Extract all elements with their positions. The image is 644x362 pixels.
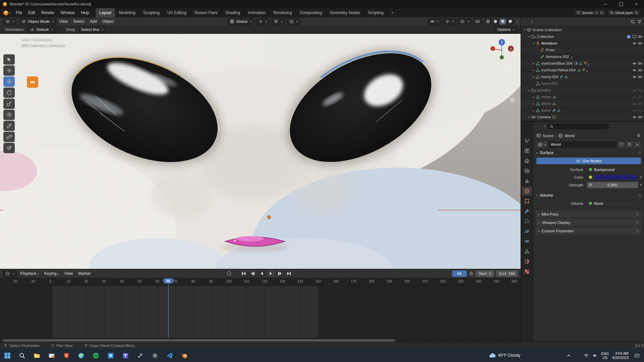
workspace-tab-layout[interactable]: Layout <box>96 8 115 17</box>
properties-tab-output[interactable] <box>522 157 532 165</box>
tool-measure-button[interactable] <box>3 132 15 142</box>
camera-toggle-icon[interactable] <box>638 68 642 72</box>
properties-tab-particles[interactable] <box>522 217 532 226</box>
jump-to-end-button[interactable] <box>285 270 293 277</box>
navigation-gizmo[interactable]: Z X <box>486 38 518 64</box>
shading-solid-button[interactable] <box>492 19 499 24</box>
checkbox-toggle-icon[interactable] <box>627 35 631 39</box>
tool-rotate-button[interactable] <box>3 87 15 98</box>
play-reverse-button[interactable] <box>258 270 266 277</box>
outliner-row-pose[interactable]: Pose <box>521 47 644 53</box>
camera-view-button[interactable] <box>508 86 517 93</box>
properties-tab-viewlayer[interactable] <box>522 167 532 175</box>
expand-caret-icon[interactable]: ▾ <box>532 42 536 45</box>
taskbar-app-spotify[interactable] <box>89 349 103 362</box>
tool-add-cube-button[interactable] <box>3 143 15 153</box>
taskbar-app-mail[interactable] <box>44 349 59 362</box>
properties-search-input[interactable] <box>547 123 609 129</box>
color-decorator[interactable] <box>638 176 643 178</box>
shading-dropdown[interactable]: ▾ <box>517 20 518 23</box>
eye-closed-toggle-icon[interactable] <box>632 108 637 113</box>
clock-widget[interactable]: 3:04 AM 9/28/2023 <box>612 351 629 360</box>
camera-toggle-icon[interactable] <box>638 35 642 39</box>
taskbar-app-start[interactable] <box>0 349 15 362</box>
panel-mist-pass[interactable]: ▸Mist Pass <box>536 210 642 218</box>
minimize-button[interactable] <box>598 0 613 8</box>
breadcrumb-world[interactable]: World <box>565 134 575 138</box>
viewlayer-selector[interactable]: ViewLayer <box>607 10 641 16</box>
outliner-row-collection[interactable]: ▾Collection <box>521 33 644 40</box>
camera-muted-toggle-icon[interactable] <box>638 95 642 99</box>
properties-tab-tool[interactable] <box>522 136 532 145</box>
close-button[interactable]: × <box>629 0 644 8</box>
language-indicator[interactable]: ENG US <box>601 352 609 360</box>
tool-transform-button[interactable] <box>3 110 15 120</box>
unlink-icon[interactable] <box>594 11 598 15</box>
world-type-dropdown[interactable]: ▾ <box>536 141 547 148</box>
expand-caret-icon[interactable]: ▸ <box>527 89 531 92</box>
shading-material-button[interactable] <box>499 19 506 24</box>
world-color-swatch[interactable] <box>587 174 638 181</box>
outliner-row-eyeouteryellow-004[interactable]: ▸eyeOuterYellow.0042 <box>521 67 644 73</box>
taskbar-app-blender[interactable] <box>177 349 192 362</box>
taskbar-app-vscode[interactable] <box>162 349 177 362</box>
properties-tab-texture[interactable] <box>522 267 532 276</box>
start-frame-field[interactable]: Start1 <box>476 270 494 277</box>
use-nodes-button[interactable]: Use Nodes <box>536 158 641 164</box>
visibility-dropdown[interactable]: ▾ <box>427 18 441 25</box>
taskbar-app-edge[interactable] <box>74 349 89 362</box>
workspace-tab-sculpting[interactable]: Sculpting <box>140 8 164 17</box>
properties-tab-material[interactable] <box>522 257 532 266</box>
expand-caret-icon[interactable]: ▸ <box>532 62 536 65</box>
tool-cursor-button[interactable] <box>3 65 15 76</box>
shield-tray-icon[interactable] <box>575 353 580 358</box>
strength-decorator[interactable] <box>638 184 643 186</box>
eye-toggle-icon[interactable] <box>632 61 637 66</box>
volume-section-header[interactable]: ▾Volume <box>533 191 644 199</box>
workspace-tab-animation[interactable]: Animation <box>244 8 270 17</box>
mode-dropdown[interactable]: Object Mode▾ <box>19 18 56 25</box>
auto-key-toggle[interactable] <box>225 270 233 277</box>
properties-tab-constraints[interactable] <box>522 237 532 246</box>
outliner-row-scene-collection[interactable]: ▾Scene Collection <box>521 26 644 33</box>
prev-keyframe-button[interactable] <box>249 270 257 277</box>
camera-toggle-icon[interactable] <box>638 41 642 46</box>
workspace-tab-geometry-nodes[interactable]: Geometry Nodes <box>326 8 364 17</box>
properties-tab-object[interactable] <box>522 197 532 205</box>
volume-icon[interactable] <box>592 353 598 358</box>
workspace-tab-rendering[interactable]: Rendering <box>270 8 296 17</box>
playhead-line[interactable] <box>168 278 169 338</box>
taskbar-app-explorer[interactable] <box>30 349 44 362</box>
tool-annotate-button[interactable] <box>3 121 15 131</box>
playhead-frame-badge[interactable]: 66 <box>163 278 174 284</box>
eye-closed-toggle-icon[interactable] <box>632 88 637 93</box>
workspace-tab-shading[interactable]: Shading <box>222 8 244 17</box>
breadcrumb-scene[interactable]: Scene <box>543 134 554 138</box>
taskbar-app-settings[interactable] <box>148 349 162 362</box>
pin-icon[interactable] <box>636 133 641 138</box>
properties-tab-world[interactable] <box>522 187 532 195</box>
viewport-menu-add[interactable]: Add <box>87 19 99 24</box>
shading-wireframe-button[interactable] <box>485 19 491 24</box>
expand-caret-icon[interactable]: ▸ <box>532 75 536 78</box>
menu-file[interactable]: File <box>13 8 25 17</box>
volume-value-dropdown[interactable]: None <box>587 200 638 207</box>
expand-caret-icon[interactable]: ▸ <box>532 96 536 99</box>
strength-slider[interactable]: 0.900 <box>587 182 638 188</box>
camera-toggle-icon[interactable] <box>638 61 642 66</box>
outliner-row-armature-002[interactable]: Armature.0022 <box>521 53 644 60</box>
viewport-3d-scene[interactable] <box>0 34 521 269</box>
eye-toggle-icon[interactable] <box>632 41 637 46</box>
tray-chevron-icon[interactable] <box>566 353 572 358</box>
search-icon[interactable] <box>630 19 635 24</box>
overlays-dropdown[interactable]: ▾ <box>458 18 472 25</box>
timeline-ruler[interactable]: -20-100102030405060708090100110120130140… <box>0 278 521 286</box>
panel-custom-properties[interactable]: ▸Custom Properties <box>536 227 642 235</box>
pan-button[interactable] <box>508 75 517 83</box>
outliner-row-bonefire[interactable]: ▸bonefire <box>521 87 644 94</box>
image-empty-icon[interactable] <box>27 76 38 88</box>
properties-editor-icon[interactable] <box>536 124 541 129</box>
orientation-setting-dropdown[interactable]: Default▾ <box>27 26 59 33</box>
world-name-field[interactable]: World <box>548 141 617 148</box>
expand-caret-icon[interactable]: ▸ <box>532 102 536 105</box>
